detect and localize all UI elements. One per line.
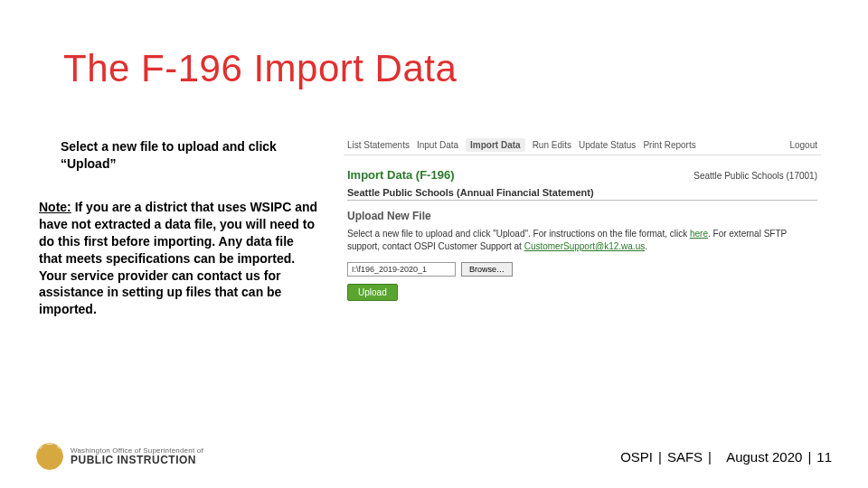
tab-run-edits[interactable]: Run Edits [533,140,571,150]
ospi-logo: Washington Office of Superintendent of P… [36,443,203,470]
tab-update-status[interactable]: Update Status [579,140,636,150]
note-body: If you are a district that uses WSIPC an… [39,200,317,316]
page-title: The F-196 Import Data [63,47,457,90]
upload-button[interactable]: Upload [347,284,398,301]
page-info: OSPI| SAFS| August 2020| 11 [620,449,832,465]
org-1: OSPI [620,449,653,465]
help-post: . [645,241,647,251]
browse-button[interactable]: Browse… [461,262,513,277]
district-label: Seattle Public Schools (17001) [693,171,817,181]
note-label: Note: [39,200,71,214]
school-line: Seattle Public Schools (Annual Financial… [347,187,817,198]
tab-list-statements[interactable]: List Statements [347,140,410,150]
panel-heading: Import Data (F-196) [347,168,454,182]
note-block: Note: If you are a district that uses WS… [39,199,319,318]
file-format-link[interactable]: here [690,229,708,239]
org-2: SAFS [667,449,703,465]
app-screenshot: List Statements Input Data Import Data R… [344,136,821,301]
tab-print-reports[interactable]: Print Reports [643,140,695,150]
slide-footer: Washington Office of Superintendent of P… [36,443,832,470]
page-number: 11 [816,449,832,465]
logo-bottom-text: PUBLIC INSTRUCTION [71,455,203,466]
upload-header: Upload New File [347,210,817,222]
footer-date: August 2020 [726,449,802,465]
instruction-text: Select a new file to upload and click “U… [61,138,332,173]
sunrise-icon [36,443,63,470]
file-path-input[interactable]: I:\f196_2019-2020_1 [347,262,456,277]
upload-help-text: Select a new file to upload and click "U… [347,228,817,253]
tab-import-data[interactable]: Import Data [466,138,525,152]
divider [347,200,817,201]
logout-link[interactable]: Logout [789,140,817,150]
nav-tabs: List Statements Input Data Import Data R… [344,136,821,155]
support-email-link[interactable]: CustomerSupport@k12.wa.us [524,241,646,251]
tab-input-data[interactable]: Input Data [417,140,458,150]
help-pre: Select a new file to upload and click "U… [347,229,690,239]
